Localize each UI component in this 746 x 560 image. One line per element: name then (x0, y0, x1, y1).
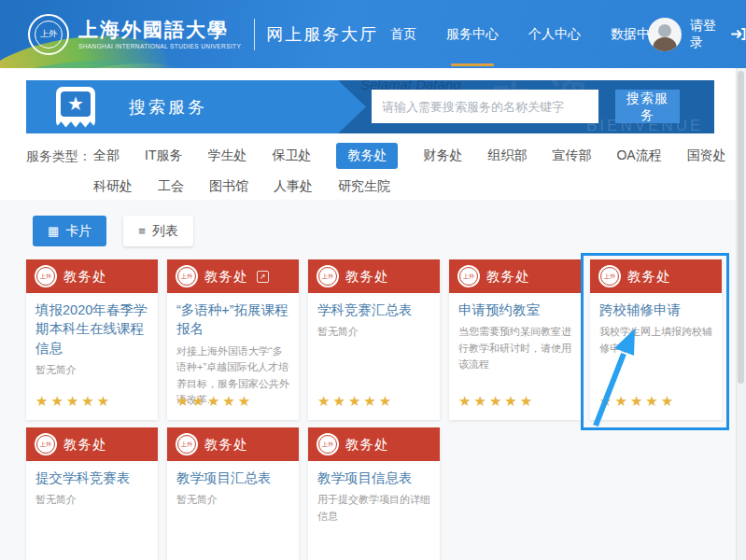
login-button[interactable]: 请登录 (690, 18, 746, 51)
divider (254, 19, 255, 50)
filter-row-2: 科研处 工会 图书馆 人事处 研究生院 (93, 173, 746, 201)
card-header: 上外 教务处 (449, 259, 581, 293)
card-header: 上外 教务处 (308, 427, 440, 461)
view-toggle: ▦ 卡片 ≡ 列表 (33, 216, 193, 246)
dept-name: 教务处 (63, 268, 107, 286)
search-input[interactable] (372, 90, 598, 123)
active-nav-underline (451, 63, 494, 66)
card-title: 教学项目信息表 (317, 469, 430, 487)
portal-title: 网上服务大厅 (266, 23, 378, 46)
dept-seal-icon: 上外 (317, 265, 339, 287)
scrollbar-thumb[interactable] (738, 71, 744, 384)
dept-name: 教务处 (486, 268, 530, 286)
dept-seal-icon: 上外 (35, 433, 57, 455)
university-seal-icon: 上外 (28, 14, 69, 55)
filter-hr-office[interactable]: 人事处 (274, 178, 313, 195)
service-card-teaching-project-summary[interactable]: 上外 教务处 教学项目汇总表 暂无简介 ★★★★★ (167, 427, 299, 560)
dept-seal-icon: 上外 (176, 265, 198, 287)
filter-row-1: 全部 IT服务 学生处 保卫处 教务处 财务处 组织部 宣传部 OA流程 国资处… (93, 142, 746, 170)
star-rating: ★★★★★ (35, 393, 112, 410)
grid-icon: ▦ (48, 225, 59, 237)
scrollbar[interactable] (736, 68, 746, 560)
star-rating: ★★★★★ (317, 393, 394, 410)
list-icon: ≡ (138, 225, 146, 237)
card-desc: 暂无简介 (35, 492, 148, 509)
service-card-cross-school-minor[interactable]: 上外 教务处 跨校辅修申请 我校学生网上填报跨校辅修申请 ★★★★★ (590, 259, 722, 420)
service-card-competition-summary[interactable]: 上外 教务处 学科竞赛汇总表 暂无简介 ★★★★★ (308, 259, 440, 420)
star-rating: ★★★★★ (599, 393, 676, 410)
search-button[interactable]: 搜索服务 (615, 90, 680, 123)
filter-finance-office[interactable]: 财务处 (423, 147, 462, 164)
search-banner: Selamat Datang BIENVENUE 欢迎 ★ 搜索服务 搜索服务 (26, 80, 714, 133)
dept-name: 教务处 (204, 268, 248, 286)
dept-seal-icon: 上外 (176, 433, 198, 455)
service-card-multilingual-signup[interactable]: 上外 教务处 ↗ “多语种+”拓展课程报名 对接上海外国语大学“多语种+”卓越国… (167, 259, 299, 420)
nav-service-center[interactable]: 服务中心 (446, 0, 499, 68)
filter-student-office[interactable]: 学生处 (207, 147, 246, 164)
card-header: 上外 教务处 (308, 259, 440, 293)
brand-area[interactable]: 上外 上海外國語大學 SHANGHAI INTERNATIONAL STUDIE… (28, 0, 378, 68)
filter-research-office[interactable]: 科研处 (93, 178, 133, 195)
service-card-online-course-info[interactable]: 上外 教务处 填报2020年春季学期本科生在线课程信息 暂无简介 ★★★★★ (26, 259, 158, 420)
filter-label: 服务类型： (26, 142, 93, 201)
card-desc: 当您需要预约某间教室进行教学和研讨时，请使用该流程 (458, 324, 571, 373)
filter-union[interactable]: 工会 (158, 178, 184, 195)
filter-state-assets[interactable]: 国资处 (687, 147, 726, 164)
avatar[interactable] (648, 18, 682, 51)
filter-security-office[interactable]: 保卫处 (272, 147, 311, 164)
card-title: “多语种+”拓展课程报名 (176, 301, 289, 339)
card-header: 上外 教务处 (167, 427, 299, 461)
service-card-classroom-reservation[interactable]: 上外 教务处 申请预约教室 当您需要预约某间教室进行教学和研讨时，请使用该流程 … (449, 259, 581, 420)
filter-organization-dept[interactable]: 组织部 (487, 147, 527, 164)
card-header: 上外 教务处 (26, 259, 158, 293)
card-header: 上外 教务处 ↗ (167, 259, 299, 293)
star-badge-icon: ★ (56, 87, 95, 128)
dept-name: 教务处 (63, 436, 107, 454)
dept-name: 教务处 (204, 436, 248, 454)
card-desc: 暂无简介 (35, 362, 148, 379)
card-title: 填报2020年春季学期本科生在线课程信息 (35, 301, 148, 357)
service-card-grid: 上外 教务处 填报2020年春季学期本科生在线课程信息 暂无简介 ★★★★★ 上… (26, 259, 724, 560)
card-title: 提交学科竞赛表 (35, 469, 148, 487)
card-view-button[interactable]: ▦ 卡片 (33, 216, 106, 246)
dept-seal-icon: 上外 (457, 265, 480, 287)
card-desc: 暂无简介 (176, 492, 289, 509)
external-link-icon: ↗ (257, 271, 269, 283)
filter-graduate-school[interactable]: 研究生院 (338, 178, 390, 195)
card-title: 教学项目汇总表 (176, 469, 289, 487)
nav-personal-center[interactable]: 个人中心 (528, 0, 581, 68)
card-header: 上外 教务处 (590, 259, 722, 293)
filter-library[interactable]: 图书馆 (209, 178, 248, 195)
dept-seal-icon: 上外 (317, 433, 339, 455)
card-title: 学科竞赛汇总表 (317, 301, 430, 319)
main-nav: 首页 服务中心 个人中心 数据中心 (390, 0, 663, 68)
list-view-button[interactable]: ≡ 列表 (123, 216, 193, 246)
service-type-filters: 服务类型： 全部 IT服务 学生处 保卫处 教务处 财务处 组织部 宣传部 OA… (26, 142, 717, 201)
star-rating: ★★★★★ (176, 393, 253, 410)
filter-all[interactable]: 全部 (93, 147, 120, 164)
card-desc: 我校学生网上填报跨校辅修申请 (599, 324, 712, 357)
dept-name: 教务处 (627, 268, 671, 286)
service-hall-page: 上外 上海外國語大學 SHANGHAI INTERNATIONAL STUDIE… (0, 0, 746, 560)
card-desc: 用于提交教学项目的详细信息 (317, 492, 430, 525)
filter-it[interactable]: IT服务 (145, 147, 182, 164)
star-rating: ★★★★★ (458, 393, 535, 410)
service-card-submit-competition-form[interactable]: 上外 教务处 提交学科竞赛表 暂无简介 ★★★★★ (26, 427, 158, 560)
login-arrow-icon (731, 28, 746, 40)
search-panel-label: 搜索服务 (129, 96, 207, 119)
card-desc: 暂无简介 (317, 324, 430, 341)
dept-name: 教务处 (345, 436, 389, 454)
dept-name: 教务处 (345, 268, 389, 286)
card-title: 申请预约教室 (458, 301, 571, 319)
search-banner-arrow: ★ 搜索服务 (26, 80, 366, 133)
card-title: 跨校辅修申请 (599, 301, 712, 319)
filter-oa-flow[interactable]: OA流程 (616, 147, 661, 164)
filter-publicity-dept[interactable]: 宣传部 (552, 147, 591, 164)
dept-seal-icon: 上外 (35, 265, 57, 287)
card-header: 上外 教务处 (26, 427, 158, 461)
user-area: 请登录 (648, 0, 746, 68)
dept-seal-icon: 上外 (598, 265, 621, 287)
nav-home[interactable]: 首页 (390, 0, 416, 68)
filter-academic-affairs[interactable]: 教务处 (336, 143, 398, 169)
service-card-teaching-project-info[interactable]: 上外 教务处 教学项目信息表 用于提交教学项目的详细信息 ★★★★★ (308, 427, 440, 560)
